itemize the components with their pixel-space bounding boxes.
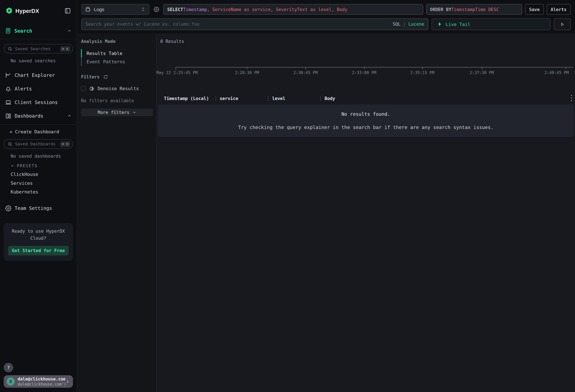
- results-count: 0 Results: [160, 39, 575, 44]
- sidebar: HyperDX Search ⌘ K No saved searches: [0, 0, 77, 392]
- time-axis-line: [176, 67, 573, 67]
- event-search: SQL | Lucene: [81, 18, 428, 30]
- mode-lucene[interactable]: Lucene: [408, 22, 424, 27]
- main-column: Logs SELECT Timestamp , ServiceName as s…: [77, 0, 575, 392]
- sidebar-item-search[interactable]: Search: [0, 26, 77, 35]
- cloud-promo-text: Ready to use HyperDX: [8, 228, 69, 235]
- logo-text: HyperDX: [15, 7, 39, 14]
- axis-tick: [247, 67, 247, 69]
- more-filters-label: More filters: [97, 110, 129, 115]
- axis-tick-label: 2:30:45 PM: [293, 70, 318, 75]
- sidebar-item-team-settings[interactable]: Team Settings: [0, 204, 77, 212]
- saved-dashboards-input[interactable]: [15, 141, 60, 147]
- sql-keyword: SELECT: [167, 7, 183, 12]
- table-options-icon[interactable]: [571, 95, 572, 96]
- cloud-promo-card: Ready to use HyperDX Cloud? Get Started …: [4, 223, 73, 261]
- lightning-bolt-icon: [437, 22, 442, 27]
- preset-kubernetes[interactable]: Kubernetes: [11, 189, 77, 195]
- axis-tick: [566, 67, 566, 69]
- source-select[interactable]: Logs: [81, 4, 149, 15]
- sidebar-item-alerts[interactable]: Alerts: [0, 85, 77, 93]
- axis-tick-label: 2:40:45 PM: [545, 70, 569, 75]
- divider: [0, 124, 77, 125]
- event-search-input[interactable]: [82, 22, 428, 27]
- search-section-label: Search: [14, 28, 32, 34]
- denoise-results-option[interactable]: Denoise Results: [81, 86, 153, 91]
- filters-label: Filters: [81, 74, 99, 80]
- sidebar-collapse-icon[interactable]: [65, 7, 71, 14]
- order-by-input[interactable]: ORDER BY TimestampTime DESC: [426, 4, 522, 15]
- divider: [0, 39, 77, 39]
- journal-search-icon: [5, 28, 11, 34]
- preset-clickhouse[interactable]: ClickHouse: [11, 172, 77, 177]
- live-tail-button[interactable]: Live Tail: [432, 18, 551, 30]
- axis-tick: [422, 67, 423, 69]
- bell-icon: [5, 86, 11, 92]
- cloud-promo-text: Cloud?: [8, 235, 69, 242]
- column-header-service[interactable]: service: [216, 96, 267, 101]
- results-area: 0 Results May 22 2:25:45 PM 2:28:30 PM 2…: [157, 33, 575, 392]
- preset-services[interactable]: Services: [11, 180, 77, 186]
- empty-state-title: No results found.: [341, 111, 390, 117]
- axis-tick-label: 2:28:30 PM: [235, 70, 259, 75]
- hyperdx-app: HyperDX Search ⌘ K No saved searches: [0, 0, 575, 392]
- no-saved-searches-text: No saved searches: [11, 58, 77, 64]
- refresh-icon[interactable]: [103, 74, 108, 80]
- more-filters-button[interactable]: More filters: [81, 109, 153, 116]
- sidebar-item-client-sessions[interactable]: Client Sessions: [0, 98, 77, 106]
- play-icon: [560, 22, 564, 26]
- logs-source-icon: [85, 6, 91, 12]
- select-columns-input[interactable]: SELECT Timestamp , ServiceName as servic…: [163, 4, 423, 15]
- run-query-button[interactable]: [554, 18, 571, 30]
- mode-sql[interactable]: SQL: [393, 22, 401, 27]
- axis-tick: [482, 67, 482, 69]
- shortcut-badge: ⌘ K: [60, 46, 71, 52]
- chevron-up-icon: [67, 114, 72, 118]
- sidebar-item-chart-explorer[interactable]: Chart Explorer: [0, 71, 77, 79]
- tab-results-table[interactable]: Results Table: [81, 49, 153, 57]
- presets-label: PRESETS: [17, 163, 38, 168]
- search-icon: [8, 46, 12, 51]
- empty-state-panel: No results found. Try checking the query…: [158, 104, 574, 137]
- column-header-level[interactable]: level: [268, 96, 320, 101]
- content: Analysis Mode Results Table Event Patter…: [77, 33, 575, 392]
- get-started-button[interactable]: Get Started for Free: [8, 246, 69, 255]
- sql-keyword: ORDER BY: [430, 7, 451, 12]
- updown-chevrons-icon: [141, 7, 145, 12]
- sidebar-bottom: ? D dale@clickhouse.com dale@clickhouse.…: [0, 363, 77, 392]
- avatar: D: [6, 377, 15, 386]
- help-button[interactable]: ?: [4, 363, 13, 372]
- create-dashboard-button[interactable]: + Create Dashboard: [10, 129, 77, 135]
- logo-row: HyperDX: [0, 0, 77, 21]
- source-settings-button[interactable]: [152, 6, 160, 12]
- empty-state-hint: Try checking the query explainer in the …: [238, 125, 494, 130]
- column-header-body[interactable]: Body: [321, 96, 565, 101]
- axis-tick: [364, 67, 364, 69]
- nav-label: Chart Explorer: [15, 72, 55, 78]
- nav-label: Alerts: [15, 86, 32, 92]
- chevron-down-icon: [132, 110, 136, 114]
- tab-event-patterns[interactable]: Event Patterns: [81, 57, 153, 66]
- alerts-button[interactable]: Alerts: [547, 4, 571, 15]
- user-menu[interactable]: D dale@clickhouse.com dale@clickhouse.co…: [4, 375, 73, 388]
- dashboard-grid-icon: [5, 113, 11, 119]
- user-info: dale@clickhouse.com dale@clickhouse.com'…: [18, 377, 65, 386]
- laptop-icon: [5, 99, 11, 105]
- denoise-checkbox[interactable]: [81, 86, 86, 91]
- saved-dashboards-search[interactable]: ⌘ K: [4, 139, 73, 149]
- saved-searches-search[interactable]: ⌘ K: [4, 44, 73, 54]
- results-table-header: Timestamp (Local) service level Body: [160, 94, 575, 103]
- axis-tick-label: May 22 2:25:45 PM: [156, 70, 198, 75]
- chevron-up-icon: [67, 29, 72, 33]
- column-header-timestamp[interactable]: Timestamp (Local): [160, 96, 215, 101]
- sidebar-item-dashboards[interactable]: Dashboards: [0, 112, 77, 120]
- nav-label: Client Sessions: [15, 99, 58, 105]
- saved-searches-input[interactable]: [15, 46, 60, 51]
- hyperdx-logo-icon: [6, 7, 12, 14]
- gear-icon: [153, 6, 159, 12]
- presets-toggle[interactable]: PRESETS: [10, 163, 77, 168]
- gear-icon: [5, 205, 11, 211]
- save-button[interactable]: Save: [525, 4, 544, 15]
- axis-tick-label: 2:33:00 PM: [352, 70, 376, 75]
- mode-divider: |: [403, 22, 406, 27]
